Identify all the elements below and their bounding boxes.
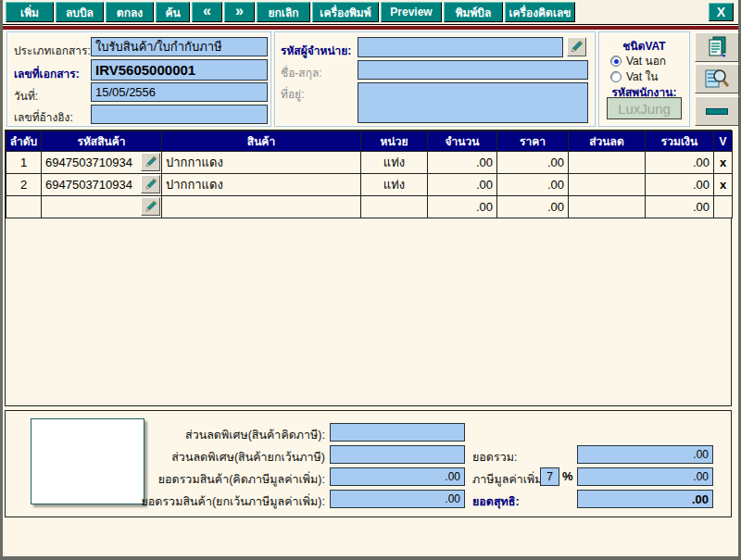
- cell-code[interactable]: 6947503710934: [42, 152, 162, 174]
- cell-product[interactable]: [162, 196, 361, 218]
- cell-total[interactable]: .00: [646, 152, 714, 174]
- radio-selected-icon: [610, 56, 622, 67]
- net-total-label: ยอดสุทธิ:: [472, 492, 520, 511]
- col-code: รหัสสินค้า: [42, 131, 162, 152]
- pencil-icon: [144, 156, 157, 168]
- doc-no-label: เลขที่เอกสาร:: [14, 65, 80, 82]
- doc-type-field[interactable]: ใบรับสินค้า/ใบกำกับภาษี: [91, 37, 268, 56]
- items-table: ลำดับ รหัสสินค้า สินค้า หน่วย จำนวน ราคา…: [6, 131, 733, 218]
- pencil-icon: [144, 200, 157, 213]
- cell-total[interactable]: .00: [646, 196, 714, 218]
- net-total-field[interactable]: .00: [577, 490, 713, 508]
- table-header-row: ลำดับ รหัสสินค้า สินค้า หน่วย จำนวน ราคา…: [6, 131, 733, 152]
- vat-amount-field[interactable]: .00: [577, 467, 713, 486]
- cell-code-value: 6947503710934: [45, 178, 132, 192]
- special-discount-exempt-label: ส่วนลดพิเศษ(สินค้ายกเว้นภาษี): [149, 448, 325, 467]
- vat-rate-field[interactable]: 7: [540, 467, 559, 486]
- cell-code-value: 6947503710934: [45, 156, 132, 169]
- ref-no-label: เลขที่อ้างอิง:: [14, 108, 73, 126]
- previous-record-button[interactable]: «: [192, 2, 222, 22]
- cell-discount[interactable]: [569, 196, 646, 218]
- table-row: 2 6947503710934 ปากกาแดง แท่ง: [6, 174, 733, 196]
- toolbar: เพิ่ม ลบบิล ตกลง ค้น « » ยกเลิก เครื่องพ…: [3, 0, 738, 25]
- ok-button[interactable]: ตกลง: [106, 2, 154, 22]
- row-delete-x[interactable]: x: [714, 152, 733, 174]
- cell-price[interactable]: .00: [497, 196, 569, 218]
- vat-group: ชนิดVAT Vat นอก Vat ใน รหัสพนักงาน: LuxJ…: [598, 31, 690, 127]
- delete-bill-button[interactable]: ลบบิล: [56, 2, 104, 22]
- cell-seq: [6, 196, 42, 218]
- special-discount-taxable-field[interactable]: [330, 423, 465, 442]
- ref-no-field[interactable]: [91, 105, 268, 124]
- cell-total[interactable]: .00: [646, 174, 714, 196]
- col-discount: ส่วนลด: [569, 131, 646, 152]
- vendor-address-field[interactable]: [358, 82, 588, 123]
- cell-code[interactable]: [42, 196, 162, 218]
- cancel-button[interactable]: ยกเลิก: [257, 2, 310, 22]
- cell-qty[interactable]: .00: [428, 174, 497, 196]
- calculator-button[interactable]: เครื่องคิดเลข: [505, 2, 575, 22]
- cell-unit[interactable]: แท่ง: [361, 174, 428, 196]
- search-button[interactable]: ค้น: [156, 2, 190, 22]
- row-edit-button[interactable]: [141, 175, 160, 193]
- minus-bar-icon: [706, 108, 728, 115]
- percent-sign: %: [562, 469, 573, 483]
- sum-taxable-field[interactable]: .00: [330, 467, 465, 486]
- pencil-icon: [570, 40, 584, 54]
- cell-seq: 1: [6, 152, 42, 174]
- close-button[interactable]: X: [709, 3, 734, 21]
- collapse-button[interactable]: [695, 96, 739, 126]
- cell-code[interactable]: 6947503710934: [42, 174, 162, 196]
- table-row-new: .00 .00 .00: [6, 196, 733, 218]
- printer-button[interactable]: เครื่องพิมพ์: [312, 2, 379, 22]
- cell-discount[interactable]: [569, 152, 646, 174]
- add-button[interactable]: เพิ่ม: [6, 2, 54, 22]
- cell-price[interactable]: .00: [497, 174, 569, 196]
- col-total: รวมเงิน: [646, 131, 714, 152]
- employee-code-field[interactable]: LuxJung: [607, 97, 682, 119]
- col-unit: หน่วย: [361, 131, 428, 152]
- main-area: ประเภทเอกสาร: ใบรับสินค้า/ใบกำกับภาษี เล…: [3, 30, 738, 556]
- vat-label: ภาษีมูลค่าเพิ่ม:: [472, 470, 546, 489]
- grand-total-field[interactable]: .00: [577, 445, 713, 464]
- app-window: เพิ่ม ลบบิล ตกลง ค้น « » ยกเลิก เครื่องพ…: [0, 0, 741, 560]
- vendor-name-label: ชื่อ-สกุล:: [281, 64, 322, 81]
- document-pages-icon: [704, 35, 730, 59]
- cell-price[interactable]: .00: [497, 152, 569, 174]
- vendor-group: รหัสผู้จำหน่าย: ชื่อ-สกุล: ที่อยู่:: [274, 31, 596, 127]
- cell-product[interactable]: ปากกาแดง: [162, 152, 361, 174]
- cell-seq: 2: [6, 174, 42, 196]
- cell-qty[interactable]: .00: [428, 196, 497, 218]
- row-delete-x[interactable]: x: [714, 174, 733, 196]
- date-field[interactable]: 15/05/2556: [91, 82, 268, 102]
- cell-qty[interactable]: .00: [428, 152, 497, 174]
- cell-unit[interactable]: [361, 196, 428, 218]
- vendor-name-field[interactable]: [358, 60, 588, 80]
- col-price: ราคา: [497, 131, 569, 152]
- totals-panel: ส่วนลดพิเศษ(สินค้าคิดภาษี): ส่วนลดพิเศษ(…: [5, 410, 732, 517]
- cell-discount[interactable]: [569, 174, 646, 196]
- col-vat: V: [714, 131, 733, 152]
- item-search-button[interactable]: [695, 64, 739, 93]
- vendor-code-field[interactable]: [358, 37, 563, 57]
- cell-unit[interactable]: แท่ง: [361, 152, 428, 174]
- cell-product[interactable]: ปากกาแดง: [162, 174, 361, 196]
- sum-exempt-field[interactable]: .00: [330, 490, 465, 508]
- doc-no-field[interactable]: IRV5605000001: [91, 59, 268, 81]
- row-edit-button[interactable]: [141, 197, 160, 216]
- cell-vat: [714, 196, 733, 218]
- vendor-edit-button[interactable]: [567, 37, 586, 56]
- sum-taxable-label: ยอดรวมสินค้า(คิดภาษีมูลค่าเพิ่ม):: [121, 470, 325, 489]
- doc-type-label: ประเภทเอกสาร:: [14, 42, 91, 59]
- document-group: ประเภทเอกสาร: ใบรับสินค้า/ใบกำกับภาษี เล…: [6, 31, 271, 127]
- table-row: 1 6947503710934 ปากกาแดง แท่ง: [6, 152, 733, 174]
- vendor-code-label: รหัสผู้จำหน่าย:: [281, 42, 351, 59]
- documents-button[interactable]: [695, 32, 739, 62]
- row-edit-button[interactable]: [141, 153, 160, 171]
- next-record-button[interactable]: »: [224, 2, 255, 22]
- print-bill-button[interactable]: พิมพ์บิล: [444, 2, 503, 22]
- radio-unselected-icon: [610, 71, 622, 82]
- date-label: วันที่:: [14, 87, 38, 105]
- special-discount-exempt-field[interactable]: [330, 445, 465, 464]
- preview-button[interactable]: Preview: [381, 2, 442, 22]
